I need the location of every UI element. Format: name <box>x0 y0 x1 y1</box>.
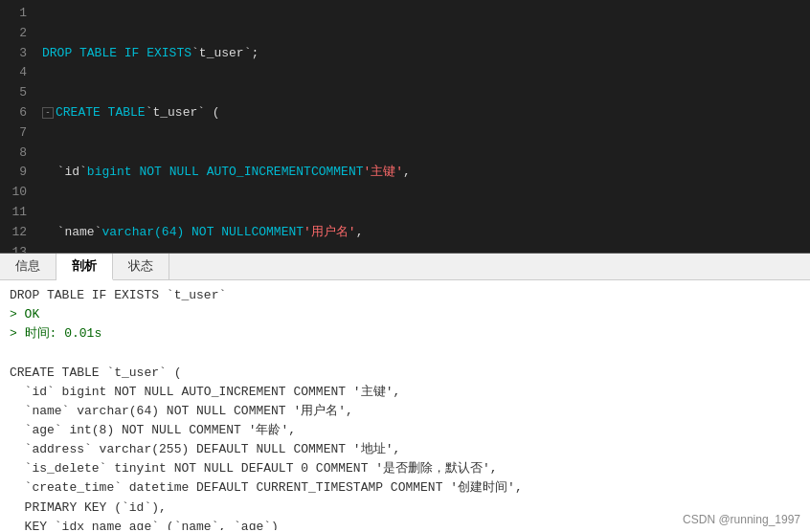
code-editor: 1 2 3 4 5 6 7 8 9 10 11 12 13 DROP TABLE… <box>0 0 810 254</box>
bottom-panel: 信息 剖析 状态 DROP TABLE IF EXISTS `t_user` >… <box>0 254 810 532</box>
result-line: `age` int(8) NOT NULL COMMENT '年龄', <box>10 421 800 440</box>
tabs-bar: 信息 剖析 状态 <box>0 254 810 280</box>
line-numbers: 1 2 3 4 5 6 7 8 9 10 11 12 13 <box>0 0 34 253</box>
tab-profiling[interactable]: 剖析 <box>56 254 113 280</box>
tab-status[interactable]: 状态 <box>113 254 169 279</box>
result-content: DROP TABLE IF EXISTS `t_user` > OK > 时间:… <box>0 280 810 530</box>
result-line: `create_time` datetime DEFAULT CURRENT_T… <box>10 478 800 498</box>
result-line: CREATE TABLE `t_user` ( <box>10 364 800 383</box>
result-line: `id` bigint NOT NULL AUTO_INCREMENT COMM… <box>10 383 800 402</box>
code-lines[interactable]: DROP TABLE IF EXISTS `t_user`; -CREATE T… <box>34 0 810 253</box>
result-line: `is_delete` tinyint NOT NULL DEFAULT 0 C… <box>10 459 800 478</box>
result-line: `name` varchar(64) NOT NULL COMMENT '用户名… <box>10 402 800 421</box>
result-line: DROP TABLE IF EXISTS `t_user` <box>10 286 800 305</box>
result-time: > 时间: 0.01s <box>10 324 800 344</box>
result-ok: > OK <box>10 305 800 324</box>
tab-info[interactable]: 信息 <box>0 254 56 279</box>
result-line: `address` varchar(255) DEFAULT NULL COMM… <box>10 440 800 459</box>
fold-icon[interactable]: - <box>42 107 54 119</box>
watermark: CSDN @running_1997 <box>683 513 800 526</box>
